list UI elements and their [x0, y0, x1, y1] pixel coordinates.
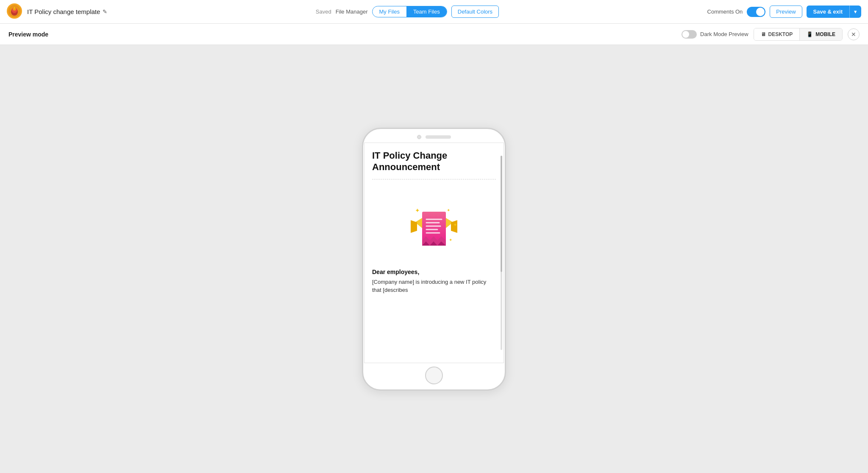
edit-title-icon[interactable]: ✎: [103, 8, 107, 15]
mobile-icon: 📱: [807, 31, 813, 37]
comments-label: Comments On: [707, 8, 743, 15]
preview-bar-right: Dark Mode Preview 🖥 DESKTOP 📱 MOBILE ✕: [682, 28, 860, 41]
preview-button[interactable]: Preview: [770, 6, 802, 18]
preview-close-button[interactable]: ✕: [848, 28, 860, 40]
comments-toggle[interactable]: [747, 7, 765, 17]
phone-scrollbar: [501, 156, 502, 350]
preview-bar: Preview mode Dark Mode Preview 🖥 DESKTOP…: [0, 24, 868, 45]
dark-mode-toggle[interactable]: [682, 30, 697, 39]
phone-mockup: IT Policy Change Announcement: [362, 128, 506, 391]
svg-text:✦: ✦: [447, 208, 450, 213]
mobile-view-button[interactable]: 📱 MOBILE: [799, 28, 842, 40]
email-title: IT Policy Change Announcement: [372, 150, 496, 173]
save-exit-group: Save & exit ▾: [807, 6, 861, 18]
desktop-view-button[interactable]: 🖥 DESKTOP: [754, 28, 800, 40]
phone-speaker: [426, 135, 451, 139]
default-colors-button[interactable]: Default Colors: [451, 6, 499, 18]
app-header: IT Policy change template ✎ Saved File M…: [0, 0, 868, 24]
view-toggle-group: 🖥 DESKTOP 📱 MOBILE: [754, 28, 843, 41]
my-files-button[interactable]: My Files: [373, 6, 406, 17]
phone-top-bar: [363, 129, 505, 143]
header-center-controls: Saved File Manager My Files Team Files D…: [316, 6, 499, 18]
phone-camera: [417, 135, 421, 139]
content-divider: [372, 179, 496, 179]
app-logo: [7, 3, 22, 20]
svg-text:✦: ✦: [449, 238, 452, 242]
saved-indicator: Saved: [316, 8, 331, 15]
phone-scrollbar-thumb: [501, 156, 502, 272]
email-body: [Company name] is introducing a new IT p…: [372, 278, 496, 294]
desktop-icon: 🖥: [761, 31, 766, 37]
main-content: IT Policy Change Announcement: [0, 45, 868, 473]
save-exit-chevron[interactable]: ▾: [849, 6, 861, 18]
header-right-controls: Comments On Preview Save & exit ▾: [707, 6, 861, 18]
dark-mode-label: Dark Mode Preview: [700, 31, 748, 37]
file-type-toggle: My Files Team Files: [372, 6, 447, 17]
file-manager-label: File Manager: [336, 8, 368, 15]
announcement-illustration: ✦ ✦ ✦ ✦: [372, 185, 496, 262]
phone-bottom-bar: [363, 363, 505, 389]
document-title: IT Policy change template ✎: [27, 8, 107, 15]
phone-content: IT Policy Change Announcement: [364, 143, 504, 363]
phone-screen: IT Policy Change Announcement: [364, 143, 504, 363]
svg-text:✦: ✦: [415, 207, 420, 214]
phone-home-button: [425, 367, 443, 384]
save-exit-button[interactable]: Save & exit: [807, 6, 849, 18]
preview-mode-label: Preview mode: [8, 31, 48, 38]
svg-text:✦: ✦: [453, 222, 457, 228]
email-greeting: Dear employees,: [372, 269, 496, 275]
dark-mode-toggle-group: Dark Mode Preview: [682, 30, 748, 39]
team-files-button[interactable]: Team Files: [406, 6, 447, 17]
